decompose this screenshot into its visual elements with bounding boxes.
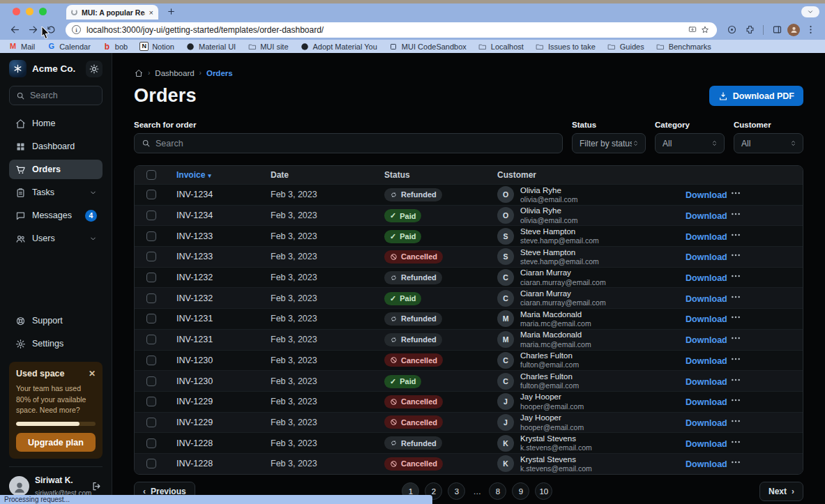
table-row[interactable]: INV-1232 Feb 3, 2023 ✓ Paid C Ciaran Mur… — [135, 287, 803, 308]
tab-close-icon[interactable]: × — [149, 8, 153, 17]
row-checkbox[interactable] — [146, 314, 156, 323]
minimize-window-button[interactable] — [26, 8, 33, 15]
table-row[interactable]: INV-1231 Feb 3, 2023 Refunded M Maria Ma… — [135, 308, 803, 329]
more-actions-button[interactable] — [719, 208, 803, 222]
bookmark-item[interactable]: MUI CodeSandbox — [389, 42, 467, 51]
close-icon[interactable]: ✕ — [89, 369, 96, 379]
table-row[interactable]: INV-1229 Feb 3, 2023 Cancelled J Jay Hoo… — [135, 391, 803, 412]
more-actions-button[interactable] — [719, 291, 803, 305]
column-invoice[interactable]: Invoice▾ — [168, 170, 262, 180]
table-row[interactable]: INV-1228 Feb 3, 2023 Cancelled K Krystal… — [135, 453, 803, 474]
bookmark-star-icon[interactable] — [699, 24, 711, 36]
row-checkbox[interactable] — [146, 459, 156, 468]
table-row[interactable]: INV-1230 Feb 3, 2023 Cancelled C Charles… — [135, 350, 803, 371]
browser-tab[interactable]: MUI: A popular React UI fram × — [66, 5, 158, 20]
bookmark-item[interactable]: Adopt Material You — [301, 42, 377, 51]
profile-avatar[interactable] — [787, 24, 800, 36]
color-scheme-toggle[interactable] — [86, 61, 103, 77]
filter-select-category[interactable]: All — [655, 133, 725, 153]
row-checkbox[interactable] — [146, 418, 156, 427]
tab-search-chevron[interactable] — [801, 6, 819, 17]
zoom-window-button[interactable] — [39, 8, 47, 15]
table-row[interactable]: INV-1229 Feb 3, 2023 Cancelled J Jay Hoo… — [135, 412, 803, 433]
page-button-8[interactable]: 8 — [489, 482, 506, 500]
row-checkbox[interactable] — [146, 438, 156, 448]
browser-menu-icon[interactable] — [803, 22, 818, 38]
more-actions-button[interactable] — [719, 270, 803, 284]
row-checkbox[interactable] — [146, 335, 156, 344]
sidebar-item-messages[interactable]: Messages 4 — [9, 206, 103, 225]
new-tab-button[interactable] — [164, 4, 178, 18]
site-info-icon[interactable]: i — [72, 25, 81, 34]
page-button-3[interactable]: 3 — [448, 482, 465, 500]
more-actions-button[interactable] — [719, 312, 803, 326]
bookmark-item[interactable]: N Notion — [139, 42, 174, 51]
address-bar[interactable]: i localhost:3000/joy-ui/getting-started/… — [66, 22, 717, 38]
more-actions-button[interactable] — [719, 229, 803, 243]
back-button[interactable] — [7, 22, 22, 38]
breadcrumb-dashboard[interactable]: Dashboard — [155, 69, 194, 77]
sidebar-item-tasks[interactable]: Tasks — [9, 183, 103, 202]
row-checkbox[interactable] — [146, 211, 156, 220]
table-row[interactable]: INV-1233 Feb 3, 2023 Cancelled S Steve H… — [135, 246, 803, 267]
more-actions-button[interactable] — [719, 353, 803, 367]
bookmark-item[interactable]: Issues to take — [536, 42, 596, 51]
more-actions-button[interactable] — [719, 436, 803, 450]
download-pdf-button[interactable]: Download PDF — [709, 86, 803, 106]
side-panel-icon[interactable] — [769, 22, 785, 38]
row-checkbox[interactable] — [146, 273, 156, 282]
sidebar-item-home[interactable]: Home — [9, 114, 103, 133]
order-search-input[interactable]: Search — [134, 133, 563, 153]
more-actions-button[interactable] — [719, 250, 803, 264]
row-checkbox[interactable] — [146, 293, 156, 303]
row-checkbox[interactable] — [146, 397, 156, 406]
sidebar-item-dashboard[interactable]: Dashboard — [9, 137, 103, 156]
next-page-button[interactable]: Next › — [759, 482, 803, 501]
page-button-9[interactable]: 9 — [512, 482, 529, 500]
upgrade-plan-button[interactable]: Upgrade plan — [16, 433, 96, 452]
orders-table: Invoice▾ Date Status Customer INV-1234 F… — [134, 165, 803, 475]
row-checkbox[interactable] — [146, 356, 156, 365]
more-actions-button[interactable] — [719, 188, 803, 201]
sidebar-item-orders[interactable]: Orders — [9, 160, 103, 179]
table-row[interactable]: INV-1230 Feb 3, 2023 ✓ Paid C Charles Fu… — [135, 370, 803, 391]
more-actions-button[interactable] — [719, 395, 803, 408]
sidebar-item-users[interactable]: Users — [9, 229, 103, 248]
extensions-icon[interactable] — [742, 22, 757, 38]
install-app-icon[interactable] — [686, 24, 699, 36]
bookmark-item[interactable]: M Mail — [8, 42, 35, 51]
sidebar-item-support[interactable]: Support — [9, 311, 103, 330]
bookmark-item[interactable]: Benchmarks — [656, 42, 711, 51]
row-checkbox[interactable] — [146, 190, 156, 199]
more-actions-button[interactable] — [719, 457, 803, 471]
table-row[interactable]: INV-1228 Feb 3, 2023 Refunded K Krystal … — [135, 432, 803, 453]
extension-vpn-icon[interactable] — [724, 22, 739, 38]
close-window-button[interactable] — [13, 8, 20, 15]
bookmark-item[interactable]: Guides — [607, 42, 644, 51]
more-actions-button[interactable] — [719, 374, 803, 388]
table-row[interactable]: INV-1233 Feb 3, 2023 ✓ Paid S Steve Hamp… — [135, 225, 803, 246]
filter-select-customer[interactable]: All — [734, 133, 803, 153]
row-checkbox[interactable] — [146, 252, 156, 261]
bookmark-item[interactable]: MUI site — [248, 42, 288, 51]
bookmark-item[interactable]: Localhost — [478, 42, 524, 51]
table-row[interactable]: INV-1232 Feb 3, 2023 Refunded C Ciaran M… — [135, 267, 803, 288]
more-actions-button[interactable] — [719, 415, 803, 429]
forward-button[interactable] — [25, 22, 40, 38]
table-row[interactable]: INV-1231 Feb 3, 2023 Refunded M Maria Ma… — [135, 329, 803, 350]
bookmark-item[interactable]: Material UI — [186, 42, 236, 51]
table-row[interactable]: INV-1234 Feb 3, 2023 Refunded O Olivia R… — [135, 184, 803, 205]
filter-select-status[interactable]: Filter by status — [572, 133, 646, 153]
more-actions-button[interactable] — [719, 333, 803, 346]
sidebar-search-input[interactable]: Search — [9, 86, 103, 105]
page-button-10[interactable]: 10 — [535, 482, 552, 500]
bookmark-item[interactable]: b bob — [103, 42, 128, 51]
sidebar-item-settings[interactable]: Settings — [9, 334, 103, 353]
breadcrumb-home-icon[interactable] — [134, 68, 143, 77]
table-row[interactable]: INV-1234 Feb 3, 2023 ✓ Paid O Olivia Ryh… — [135, 205, 803, 226]
logout-icon[interactable] — [90, 480, 103, 492]
bookmark-item[interactable]: G Calendar — [47, 42, 91, 51]
row-checkbox[interactable] — [146, 231, 156, 241]
select-all-checkbox[interactable] — [146, 170, 156, 180]
row-checkbox[interactable] — [146, 376, 156, 386]
